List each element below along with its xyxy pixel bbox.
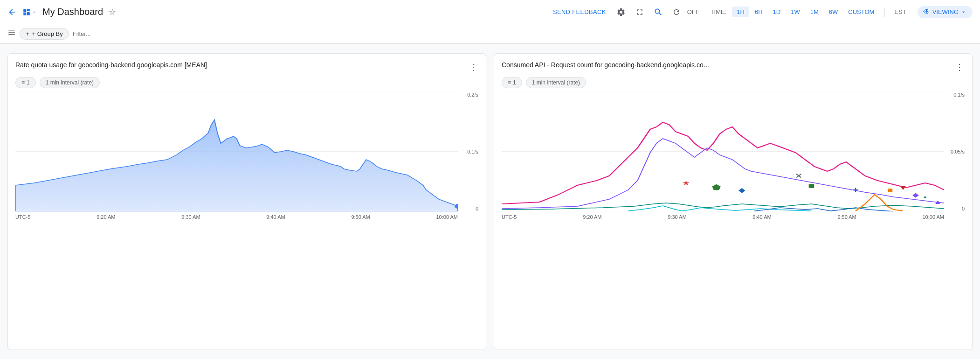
svg-text:◆: ◆	[912, 191, 919, 198]
menu-icon[interactable]	[7, 28, 16, 39]
group-by-button[interactable]: + + Group By	[20, 28, 69, 40]
chart-title-1: Rate quota usage for geocoding-backend.g…	[15, 61, 468, 69]
filter-count-1: 1	[27, 79, 30, 86]
toolbar: + + Group By	[0, 24, 980, 44]
time-1h-button[interactable]: 1H	[732, 7, 749, 17]
chart-x-labels-2: UTC-5 9:20 AM 9:30 AM 9:40 AM 9:50 AM 10…	[502, 211, 944, 223]
filter-icon-2: ≡	[508, 79, 511, 86]
svg-text:■: ■	[888, 186, 893, 194]
star-icon[interactable]: ☆	[109, 7, 116, 17]
interval-label-1: 1 min interval (rate)	[46, 79, 94, 86]
y-label-mid-2: 0.05/s	[951, 149, 965, 154]
back-button[interactable]	[7, 7, 17, 17]
chart-y-labels-1: 0.2/s 0.1/s 0	[460, 92, 478, 211]
svg-text:◆: ◆	[738, 186, 746, 194]
header: My Dashboard ☆ SEND FEEDBACK OFF TIME: 1…	[0, 0, 980, 24]
x-label-2-2: 9:30 AM	[668, 214, 686, 220]
chart-menu-button-2[interactable]: ⋮	[954, 61, 965, 73]
filter-chip-2[interactable]: ≡ 1	[502, 77, 522, 88]
page-title: My Dashboard	[42, 7, 103, 17]
chart-header-1: Rate quota usage for geocoding-backend.g…	[15, 61, 478, 73]
chevron-down-icon	[960, 9, 967, 15]
svg-text:▼: ▼	[898, 184, 907, 191]
fullscreen-icon[interactable]	[632, 5, 647, 20]
chart-area-2: 0.1/s 0.05/s 0	[502, 92, 965, 223]
x-label-2-0: UTC-5	[502, 214, 517, 220]
main-content: Rate quota usage for geocoding-backend.g…	[0, 44, 980, 359]
plus-icon: +	[26, 30, 29, 37]
svg-text:✕: ✕	[795, 172, 802, 180]
viewing-button[interactable]: 👁 VIEWING	[918, 6, 973, 18]
x-label-2-3: 9:40 AM	[752, 214, 771, 220]
interval-chip-2[interactable]: 1 min interval (rate)	[526, 77, 586, 88]
chart-svg-2: ★ ⬟ ◆ ✕ ◼ + ■ ▼ ◆	[502, 92, 944, 211]
chart-y-labels-2: 0.1/s 0.05/s 0	[946, 92, 965, 211]
time-label: TIME:	[711, 8, 727, 15]
x-label-2-4: 9:50 AM	[837, 214, 856, 220]
y-label-mid-1: 0.1/s	[467, 149, 478, 154]
x-label-1-0: UTC-5	[15, 214, 30, 220]
chart-header-2: Consumed API - Request count for geocodi…	[502, 61, 965, 73]
svg-marker-3	[15, 120, 458, 211]
time-1w-button[interactable]: 1W	[786, 7, 805, 17]
chart-svg-1	[15, 92, 458, 211]
viewing-label: VIEWING	[932, 8, 959, 15]
filter-input[interactable]	[73, 30, 973, 37]
timezone-button[interactable]: EST	[890, 7, 910, 17]
svg-text:◼: ◼	[808, 182, 814, 189]
svg-text:+: +	[853, 186, 859, 194]
send-feedback-button[interactable]: SEND FEEDBACK	[553, 8, 606, 15]
settings-icon[interactable]	[614, 5, 628, 20]
eye-icon: 👁	[923, 8, 931, 16]
filter-chip-1[interactable]: ≡ 1	[15, 77, 36, 88]
y-label-bot-1: 0	[476, 206, 478, 211]
x-label-1-1: 9:20 AM	[97, 214, 115, 220]
y-label-top-1: 0.2/s	[467, 92, 478, 98]
chart-chips-1: ≡ 1 1 min interval (rate)	[15, 77, 478, 88]
chart-card-1: Rate quota usage for geocoding-backend.g…	[7, 53, 486, 350]
svg-text:▲: ▲	[934, 198, 942, 205]
chart-menu-button-1[interactable]: ⋮	[468, 61, 478, 73]
svg-text:▪: ▪	[924, 194, 926, 200]
chart-chips-2: ≡ 1 1 min interval (rate)	[502, 77, 965, 88]
refresh-off-button[interactable]: OFF	[687, 8, 699, 15]
x-label-1-2: 9:30 AM	[181, 214, 200, 220]
refresh-icon[interactable]	[669, 5, 683, 19]
time-custom-button[interactable]: CUSTOM	[843, 7, 879, 17]
time-1d-button[interactable]: 1D	[768, 7, 786, 17]
svg-text:★: ★	[682, 179, 690, 187]
x-label-1-5: 10:00 AM	[436, 214, 458, 220]
interval-chip-1[interactable]: 1 min interval (rate)	[40, 77, 100, 88]
filter-count-2: 1	[513, 79, 516, 86]
x-label-2-5: 10:00 AM	[923, 214, 944, 220]
time-divider	[884, 7, 885, 17]
search-icon[interactable]	[651, 5, 666, 20]
filter-icon-1: ≡	[21, 79, 25, 86]
time-6h-button[interactable]: 6H	[750, 7, 767, 17]
time-options: 1H 6H 1D 1W 1M 6W CUSTOM	[732, 7, 879, 17]
svg-text:⬟: ⬟	[712, 183, 721, 192]
chart-title-2: Consumed API - Request count for geocodi…	[502, 61, 954, 69]
time-1m-button[interactable]: 1M	[806, 7, 823, 17]
x-label-1-4: 9:50 AM	[351, 214, 370, 220]
group-by-label: + Group By	[32, 30, 63, 37]
dashboard-icon-btn[interactable]	[21, 6, 39, 18]
chart-card-2: Consumed API - Request count for geocodi…	[494, 53, 973, 350]
y-label-bot-2: 0	[962, 206, 965, 211]
y-label-top-2: 0.1/s	[953, 92, 965, 98]
chart-area-1: 0.2/s 0.1/s 0	[15, 92, 478, 223]
x-label-2-1: 9:20 AM	[583, 214, 601, 220]
interval-label-2: 1 min interval (rate)	[532, 79, 580, 86]
x-label-1-3: 9:40 AM	[266, 214, 285, 220]
time-6w-button[interactable]: 6W	[824, 7, 843, 17]
chart-x-labels-1: UTC-5 9:20 AM 9:30 AM 9:40 AM 9:50 AM 10…	[15, 211, 458, 223]
